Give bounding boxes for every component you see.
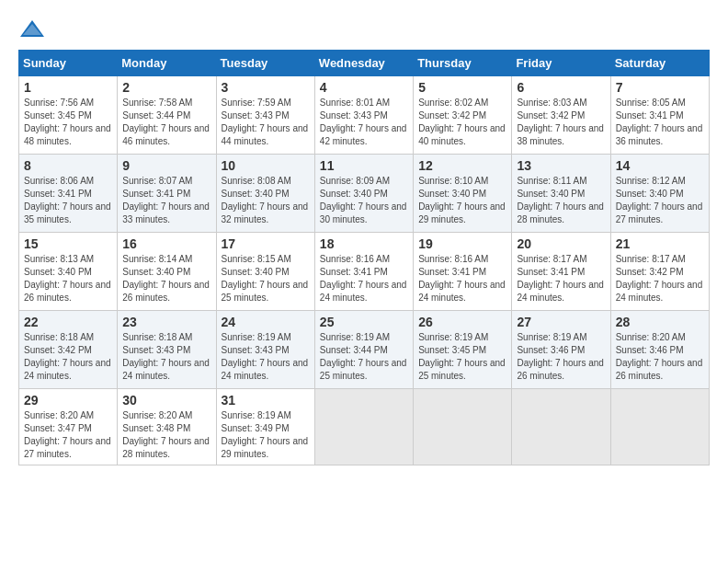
calendar-cell: 4Sunrise: 8:01 AMSunset: 3:43 PMDaylight… — [314, 76, 413, 155]
page-header — [18, 18, 710, 40]
header-day-saturday: Saturday — [610, 51, 709, 76]
day-info: Sunrise: 8:09 AMSunset: 3:40 PMDaylight:… — [320, 175, 408, 226]
day-number: 26 — [418, 315, 506, 329]
day-number: 8 — [24, 158, 112, 173]
calendar-cell: 10Sunrise: 8:08 AMSunset: 3:40 PMDayligh… — [216, 155, 314, 233]
header-row: SundayMondayTuesdayWednesdayThursdayFrid… — [19, 51, 710, 76]
day-number: 27 — [517, 315, 605, 329]
calendar-cell: 9Sunrise: 8:07 AMSunset: 3:41 PMDaylight… — [118, 155, 216, 233]
calendar-cell: 20Sunrise: 8:17 AMSunset: 3:41 PMDayligh… — [512, 233, 610, 311]
day-info: Sunrise: 8:14 AMSunset: 3:40 PMDaylight:… — [122, 253, 210, 304]
calendar-cell: 29Sunrise: 8:20 AMSunset: 3:47 PMDayligh… — [19, 389, 118, 465]
day-number: 31 — [222, 393, 310, 408]
day-number: 2 — [122, 80, 210, 95]
calendar-cell: 1Sunrise: 7:56 AMSunset: 3:45 PMDaylight… — [19, 76, 118, 155]
day-number: 3 — [222, 80, 310, 95]
day-info: Sunrise: 8:01 AMSunset: 3:43 PMDaylight:… — [320, 97, 408, 148]
day-info: Sunrise: 8:20 AMSunset: 3:46 PMDaylight:… — [616, 331, 704, 383]
calendar-cell: 11Sunrise: 8:09 AMSunset: 3:40 PMDayligh… — [314, 155, 413, 233]
day-number: 14 — [616, 158, 704, 173]
calendar-cell: 3Sunrise: 7:59 AMSunset: 3:43 PMDaylight… — [216, 76, 314, 155]
week-row-4: 29Sunrise: 8:20 AMSunset: 3:47 PMDayligh… — [19, 389, 710, 465]
week-row-2: 15Sunrise: 8:13 AMSunset: 3:40 PMDayligh… — [19, 233, 710, 311]
day-number: 6 — [517, 80, 605, 95]
day-info: Sunrise: 8:06 AMSunset: 3:41 PMDaylight:… — [24, 175, 112, 226]
logo — [18, 18, 50, 40]
day-number: 20 — [517, 236, 605, 251]
day-number: 23 — [122, 315, 210, 329]
calendar-cell — [512, 389, 610, 465]
calendar-cell: 8Sunrise: 8:06 AMSunset: 3:41 PMDaylight… — [19, 155, 118, 233]
day-number: 16 — [122, 236, 210, 251]
header-day-sunday: Sunday — [19, 51, 118, 76]
header-day-friday: Friday — [512, 51, 610, 76]
day-info: Sunrise: 8:19 AMSunset: 3:44 PMDaylight:… — [320, 331, 408, 383]
day-info: Sunrise: 8:16 AMSunset: 3:41 PMDaylight:… — [418, 253, 506, 304]
header-day-wednesday: Wednesday — [314, 51, 413, 76]
day-number: 17 — [222, 236, 310, 251]
week-row-0: 1Sunrise: 7:56 AMSunset: 3:45 PMDaylight… — [19, 76, 710, 155]
week-row-1: 8Sunrise: 8:06 AMSunset: 3:41 PMDaylight… — [19, 155, 710, 233]
calendar-cell: 28Sunrise: 8:20 AMSunset: 3:46 PMDayligh… — [610, 311, 709, 389]
day-info: Sunrise: 8:05 AMSunset: 3:41 PMDaylight:… — [616, 97, 704, 148]
day-number: 18 — [320, 236, 408, 251]
calendar-cell: 21Sunrise: 8:17 AMSunset: 3:42 PMDayligh… — [610, 233, 709, 311]
calendar-cell: 7Sunrise: 8:05 AMSunset: 3:41 PMDaylight… — [610, 76, 709, 155]
day-info: Sunrise: 8:17 AMSunset: 3:41 PMDaylight:… — [517, 253, 605, 304]
day-info: Sunrise: 7:56 AMSunset: 3:45 PMDaylight:… — [24, 97, 112, 148]
calendar-cell: 2Sunrise: 7:58 AMSunset: 3:44 PMDaylight… — [118, 76, 216, 155]
day-info: Sunrise: 8:16 AMSunset: 3:41 PMDaylight:… — [320, 253, 408, 304]
calendar-cell: 17Sunrise: 8:15 AMSunset: 3:40 PMDayligh… — [216, 233, 314, 311]
day-info: Sunrise: 8:19 AMSunset: 3:43 PMDaylight:… — [222, 331, 310, 383]
day-info: Sunrise: 8:11 AMSunset: 3:40 PMDaylight:… — [517, 175, 605, 226]
calendar-cell: 30Sunrise: 8:20 AMSunset: 3:48 PMDayligh… — [118, 389, 216, 465]
day-number: 12 — [418, 158, 506, 173]
day-info: Sunrise: 8:03 AMSunset: 3:42 PMDaylight:… — [517, 97, 605, 148]
calendar-cell: 14Sunrise: 8:12 AMSunset: 3:40 PMDayligh… — [610, 155, 709, 233]
day-info: Sunrise: 7:58 AMSunset: 3:44 PMDaylight:… — [122, 97, 210, 148]
day-info: Sunrise: 8:17 AMSunset: 3:42 PMDaylight:… — [616, 253, 704, 304]
day-info: Sunrise: 8:19 AMSunset: 3:45 PMDaylight:… — [418, 331, 506, 383]
day-number: 1 — [24, 80, 112, 95]
day-number: 29 — [24, 393, 112, 408]
logo-icon — [18, 18, 46, 40]
day-number: 9 — [122, 158, 210, 173]
day-info: Sunrise: 8:18 AMSunset: 3:42 PMDaylight:… — [24, 331, 112, 383]
calendar-cell — [414, 389, 512, 465]
day-info: Sunrise: 8:08 AMSunset: 3:40 PMDaylight:… — [222, 175, 310, 226]
day-number: 30 — [122, 393, 210, 408]
day-info: Sunrise: 8:02 AMSunset: 3:42 PMDaylight:… — [418, 97, 506, 148]
day-number: 19 — [418, 236, 506, 251]
calendar-cell: 18Sunrise: 8:16 AMSunset: 3:41 PMDayligh… — [314, 233, 413, 311]
calendar-cell: 16Sunrise: 8:14 AMSunset: 3:40 PMDayligh… — [118, 233, 216, 311]
day-info: Sunrise: 8:12 AMSunset: 3:40 PMDaylight:… — [616, 175, 704, 226]
day-number: 10 — [222, 158, 310, 173]
calendar-cell — [610, 389, 709, 465]
calendar-header: SundayMondayTuesdayWednesdayThursdayFrid… — [19, 51, 710, 76]
day-number: 21 — [616, 236, 704, 251]
calendar-table: SundayMondayTuesdayWednesdayThursdayFrid… — [18, 50, 710, 465]
calendar-body: 1Sunrise: 7:56 AMSunset: 3:45 PMDaylight… — [19, 76, 710, 465]
calendar-cell: 6Sunrise: 8:03 AMSunset: 3:42 PMDaylight… — [512, 76, 610, 155]
day-info: Sunrise: 7:59 AMSunset: 3:43 PMDaylight:… — [222, 97, 310, 148]
header-day-tuesday: Tuesday — [216, 51, 314, 76]
calendar-cell: 25Sunrise: 8:19 AMSunset: 3:44 PMDayligh… — [314, 311, 413, 389]
day-info: Sunrise: 8:10 AMSunset: 3:40 PMDaylight:… — [418, 175, 506, 226]
calendar-cell: 31Sunrise: 8:19 AMSunset: 3:49 PMDayligh… — [216, 389, 314, 465]
day-number: 5 — [418, 80, 506, 95]
calendar-cell: 24Sunrise: 8:19 AMSunset: 3:43 PMDayligh… — [216, 311, 314, 389]
calendar-cell — [314, 389, 413, 465]
day-number: 4 — [320, 80, 408, 95]
day-info: Sunrise: 8:13 AMSunset: 3:40 PMDaylight:… — [24, 253, 112, 304]
header-day-thursday: Thursday — [414, 51, 512, 76]
calendar-cell: 5Sunrise: 8:02 AMSunset: 3:42 PMDaylight… — [414, 76, 512, 155]
calendar-cell: 22Sunrise: 8:18 AMSunset: 3:42 PMDayligh… — [19, 311, 118, 389]
day-info: Sunrise: 8:19 AMSunset: 3:46 PMDaylight:… — [517, 331, 605, 383]
day-number: 15 — [24, 236, 112, 251]
day-info: Sunrise: 8:07 AMSunset: 3:41 PMDaylight:… — [122, 175, 210, 226]
day-number: 25 — [320, 315, 408, 329]
day-number: 28 — [616, 315, 704, 329]
day-number: 13 — [517, 158, 605, 173]
day-info: Sunrise: 8:20 AMSunset: 3:48 PMDaylight:… — [122, 409, 210, 461]
calendar-cell: 13Sunrise: 8:11 AMSunset: 3:40 PMDayligh… — [512, 155, 610, 233]
